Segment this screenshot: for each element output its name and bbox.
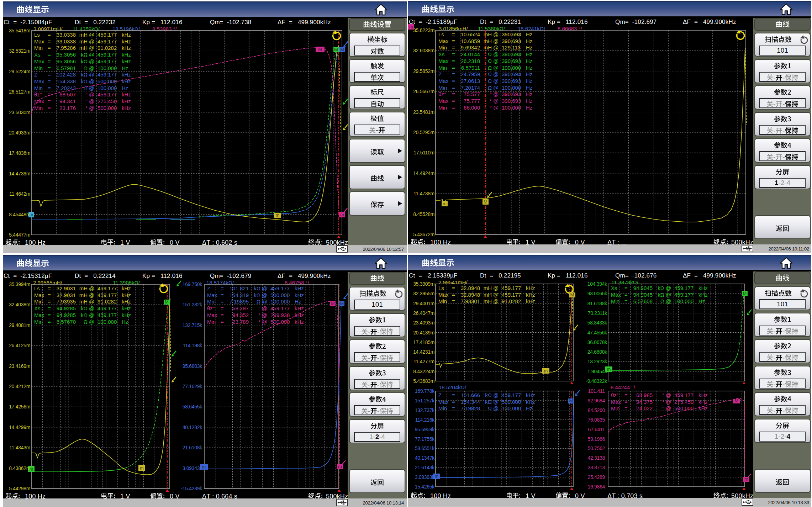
svg-text:M: M <box>331 301 335 306</box>
svg-text:m: m <box>607 366 611 372</box>
svg-text:M: M <box>318 47 322 52</box>
svg-text:M: M <box>569 398 573 403</box>
svg-text:m: m <box>276 212 280 218</box>
svg-text:m: m <box>435 474 439 479</box>
svg-text:M: M <box>484 199 487 205</box>
svg-text:M: M <box>340 47 344 52</box>
svg-text:M: M <box>735 398 739 403</box>
svg-text:m: m <box>202 464 206 470</box>
svg-text:m: m <box>140 465 144 471</box>
svg-text:M: M <box>340 301 344 306</box>
svg-text:m: m <box>544 368 548 374</box>
svg-text:M: M <box>165 299 169 305</box>
svg-text:M: M <box>570 292 574 297</box>
svg-text:m: m <box>443 201 447 206</box>
svg-text:M: M <box>743 291 747 296</box>
svg-text:M: M <box>334 47 338 52</box>
svg-text:m: m <box>340 212 344 217</box>
